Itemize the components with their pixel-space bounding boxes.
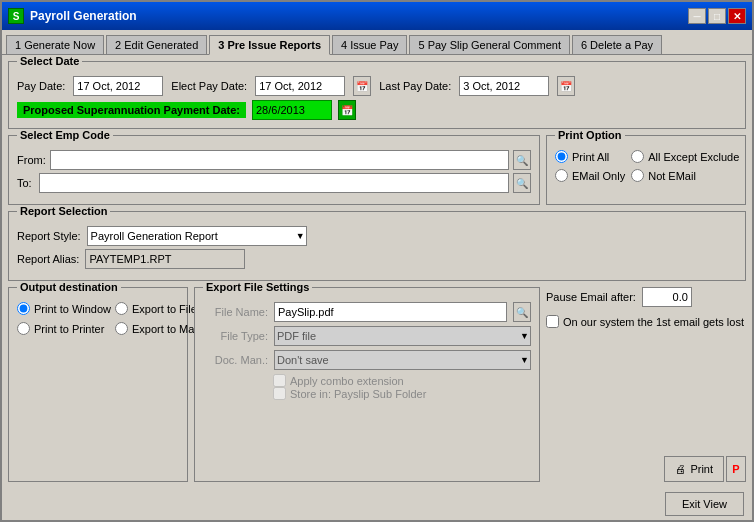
tab-pre-issue-reports[interactable]: 3 Pre Issue Reports [209,35,330,55]
super-cal-button[interactable]: 📅 [338,100,356,120]
not-email-radio[interactable] [631,169,644,182]
to-row: To: 🔍 [17,173,531,193]
file-type-select[interactable]: PDF file [274,326,531,346]
print-p-button[interactable]: P [726,456,746,482]
to-input[interactable] [39,173,509,193]
email-lost-checkbox[interactable] [546,315,559,328]
maximize-button[interactable]: □ [708,8,726,24]
title-bar-left: S Payroll Generation [8,8,137,24]
file-type-label: File Type: [203,330,268,342]
pause-email-input[interactable] [642,287,692,307]
all-except-label: All Except Exclude [648,151,739,163]
minimize-button[interactable]: ─ [688,8,706,24]
export-file-settings-title: Export File Settings [203,281,312,293]
tab-generate-now[interactable]: 1 Generate Now [6,35,104,54]
report-selection-title: Report Selection [17,205,110,217]
tab-edit-generated[interactable]: 2 Edit Generated [106,35,207,54]
close-button[interactable]: ✕ [728,8,746,24]
email-lost-row: On our system the 1st email gets lost [546,315,746,328]
elect-pay-date-label: Elect Pay Date: [171,80,247,92]
last-pay-date-input[interactable] [459,76,549,96]
export-file-label: Export to File [132,303,197,315]
report-style-select[interactable]: Payroll Generation Report [87,226,307,246]
select-emp-group: Select Emp Code From: 🔍 To: 🔍 [8,135,540,205]
apply-combo-label: Apply combo extension [290,375,404,387]
tab-delete-pay[interactable]: 6 Delete a Pay [572,35,662,54]
print-btn-label: Print [690,463,713,475]
print-option-title: Print Option [555,129,625,141]
date-row: Pay Date: Elect Pay Date: 📅 Last Pay Dat… [17,76,737,96]
print-all-label: Print All [572,151,609,163]
from-label: From: [17,154,46,166]
not-email-label: Not EMail [648,170,696,182]
pause-email-label: Pause Email after: [546,291,636,303]
print-printer-row: Print to Printer [17,322,111,335]
right-panel: Pause Email after: On our system the 1st… [546,287,746,482]
print-window-row: Print to Window [17,302,111,315]
window-title: Payroll Generation [30,9,137,23]
email-lost-label: On our system the 1st email gets lost [563,316,744,328]
report-alias-input[interactable] [85,249,245,269]
file-name-row: File Name: 🔍 [203,302,531,322]
tabs-bar: 1 Generate Now 2 Edit Generated 3 Pre Is… [2,30,752,54]
report-style-row: Report Style: Payroll Generation Report … [17,226,737,246]
from-input[interactable] [50,150,509,170]
all-except-radio[interactable] [631,150,644,163]
file-name-label: File Name: [203,306,268,318]
bottom-row: Output destination Print to Window Expor… [8,287,746,482]
to-label: To: [17,177,35,189]
super-date-input[interactable] [252,100,332,120]
export-mail-label: Export to Mail [132,323,199,335]
main-window: S Payroll Generation ─ □ ✕ 1 Generate No… [0,0,754,522]
print-window-radio[interactable] [17,302,30,315]
from-search-button[interactable]: 🔍 [513,150,531,170]
report-selection-group: Report Selection Report Style: Payroll G… [8,211,746,281]
print-all-row: Print All [555,150,625,163]
store-payslip-label: Store in: Payslip Sub Folder [290,388,426,400]
pay-date-label: Pay Date: [17,80,65,92]
export-file-settings-group: Export File Settings File Name: 🔍 File T… [194,287,540,482]
print-printer-radio[interactable] [17,322,30,335]
title-bar: S Payroll Generation ─ □ ✕ [2,2,752,30]
print-printer-label: Print to Printer [34,323,104,335]
elect-pay-date-input[interactable] [255,76,345,96]
emp-print-row: Select Emp Code From: 🔍 To: 🔍 Print Opti… [8,135,746,205]
file-name-input[interactable] [274,302,507,322]
file-type-select-wrapper: PDF file ▼ [274,326,531,346]
footer: Exit View [2,488,752,520]
doc-man-row: Doc. Man.: Don't save ▼ [203,350,531,370]
export-mail-row: Export to Mail [115,322,199,335]
title-buttons: ─ □ ✕ [688,8,746,24]
apply-combo-checkbox [273,374,286,387]
output-destination-title: Output destination [17,281,121,293]
report-style-select-wrapper: Payroll Generation Report ▼ [87,226,307,246]
doc-man-label: Doc. Man.: [203,354,268,366]
apply-combo-row: Apply combo extension [273,374,531,387]
store-payslip-row: Store in: Payslip Sub Folder [273,387,531,400]
last-pay-date-cal-button[interactable]: 📅 [557,76,575,96]
exit-view-button[interactable]: Exit View [665,492,744,516]
output-destination-group: Output destination Print to Window Expor… [8,287,188,482]
from-row: From: 🔍 [17,150,531,170]
print-option-group: Print Option Print All All Except Exclud… [546,135,746,205]
to-search-button[interactable]: 🔍 [513,173,531,193]
email-only-label: EMail Only [572,170,625,182]
pay-date-input[interactable] [73,76,163,96]
last-pay-date-label: Last Pay Date: [379,80,451,92]
tab-pay-slip-comment[interactable]: 5 Pay Slip General Comment [409,35,569,54]
export-mail-radio[interactable] [115,322,128,335]
doc-man-select-wrapper: Don't save ▼ [274,350,531,370]
print-button[interactable]: 🖨 Print [664,456,724,482]
export-file-radio[interactable] [115,302,128,315]
all-except-row: All Except Exclude [631,150,739,163]
email-only-radio[interactable] [555,169,568,182]
email-only-row: EMail Only [555,169,625,182]
elect-pay-date-cal-button[interactable]: 📅 [353,76,371,96]
select-emp-title: Select Emp Code [17,129,113,141]
file-name-search-button[interactable]: 🔍 [513,302,531,322]
print-all-radio[interactable] [555,150,568,163]
tab-issue-pay[interactable]: 4 Issue Pay [332,35,407,54]
super-row: Proposed Superannuation Payment Date: 📅 [17,100,737,120]
not-email-row: Not EMail [631,169,739,182]
doc-man-select[interactable]: Don't save [274,350,531,370]
